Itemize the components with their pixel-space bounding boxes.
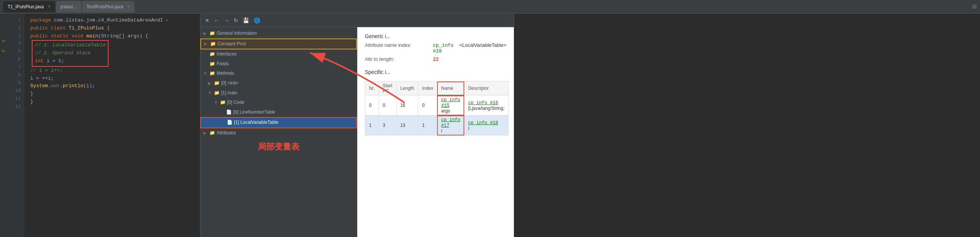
tree-interfaces[interactable]: 📁 Interfaces <box>200 49 357 59</box>
test-tab-close[interactable]: ✕ <box>127 5 130 9</box>
tree-attributes[interactable]: ▶ 📁 Attributes <box>200 128 357 138</box>
tree-label-attributes: Attributes <box>216 129 236 137</box>
code-editor: ▶ ▶ 1 2 3 4 5 6 7 8 9 10 11 12 <box>0 14 200 237</box>
tree-main[interactable]: ▼ 📁 [1] main <box>200 88 357 98</box>
refresh-button[interactable]: ↻ <box>232 17 240 24</box>
code-line-7: int i = 8; <box>35 57 105 65</box>
tree-arrow-general: ▶ <box>204 30 208 37</box>
cell-descriptor-0: cp_info #16 [Ljava/lang/String; <box>464 95 509 115</box>
code-editor-content: ▶ ▶ 1 2 3 4 5 6 7 8 9 10 11 12 <box>0 14 200 237</box>
browser-button[interactable]: 🌐 <box>252 17 262 24</box>
jclasslib-tab[interactable]: jclassl... <box>56 1 81 13</box>
tree-init[interactable]: ▶ 📁 [0] <init> <box>200 79 357 88</box>
cell-start-pc-0: 0 <box>379 95 396 115</box>
tree-local-variable-table[interactable]: 📄 [1] LocalVariableTable <box>200 117 357 128</box>
run-line-4[interactable]: ▶ <box>0 46 8 55</box>
editor-tab-label: T1_IPulsPlus.java <box>8 4 44 9</box>
line-numbers: 1 2 3 4 5 6 7 8 9 10 11 12 <box>9 14 24 237</box>
col-nr: Nr. <box>365 82 379 95</box>
line-num-12: 12 <box>14 103 21 111</box>
info-table: Nr. Start PC Length Index Name Descripto… <box>365 81 509 136</box>
descriptor-text-1: I <box>468 126 504 131</box>
code-line-11: } <box>30 90 194 98</box>
cell-nr-0: 0 <box>365 95 379 115</box>
code-content[interactable]: package com.listao.jvm.c4_RuntimeDataAre… <box>24 14 200 237</box>
line-num-11: 11 <box>14 95 21 103</box>
tree-arrow-init: ▶ <box>208 80 213 87</box>
test-tab[interactable]: TestIPulsPlus.java ✕ <box>82 1 135 13</box>
info-attr-name-row: Attribute name index: cp_info #10 <Local… <box>365 42 506 54</box>
close-button[interactable]: ✕ <box>204 17 211 24</box>
info-content: Generic i... Attribute name index: cp_in… <box>357 27 514 237</box>
folder-icon-general: 📁 <box>210 30 215 38</box>
test-tab-label: TestIPulsPlus.java <box>87 4 123 9</box>
attr-name-value[interactable]: cp_info #10 <box>433 43 457 54</box>
file-icon-lnt: 📄 <box>226 108 232 117</box>
tree-constant-pool[interactable]: ▶ 📁 Constant Pool <box>200 38 357 50</box>
tree-label-interfaces: Interfaces <box>216 50 237 58</box>
settings-icon[interactable]: ⚙ <box>972 3 977 10</box>
line-num-9: 9 <box>14 79 21 87</box>
name-link-1[interactable]: cp_info #17 <box>441 117 460 128</box>
line-num-6: 6 <box>14 56 21 64</box>
jclasslib-tab-label: jclassl... <box>60 4 77 9</box>
tree-general-information[interactable]: ▶ 📁 General Information <box>200 29 357 38</box>
line-num-7: 7 <box>14 64 21 72</box>
tree-label-constant-pool: Constant Pool <box>217 40 246 48</box>
tree-label-methods: Methods <box>216 70 234 78</box>
line-num-10: 10 <box>14 87 21 95</box>
descriptor-link-0[interactable]: cp_info #16 <box>468 100 498 106</box>
name-text-1: i <box>441 128 460 134</box>
jclasslib-toolbar: ✕ ← → ↻ 💾 🌐 <box>200 14 514 27</box>
line-num-1: 1 <box>14 17 21 25</box>
folder-icon-attributes: 📁 <box>210 129 215 137</box>
info-section1-title: Generic i... <box>365 33 506 39</box>
tree-line-number-table[interactable]: 📄 [0] LineNumberTable <box>200 107 357 117</box>
line-num-2: 2 <box>14 25 21 32</box>
line-num-3: 3 <box>14 32 21 40</box>
tree-label-lnt: [0] LineNumberTable <box>233 108 275 117</box>
forward-button[interactable]: → <box>222 17 231 24</box>
cell-length-1: 13 <box>396 115 418 136</box>
tree-arrow-attributes: ▶ <box>204 130 208 137</box>
descriptor-link-1[interactable]: cp_info #18 <box>468 120 498 126</box>
editor-tab-close[interactable]: ✕ <box>48 5 51 9</box>
attr-length-value: 22 <box>433 57 439 62</box>
tab-bar: T1_IPulsPlus.java ✕ jclassl... TestIPuls… <box>0 0 980 14</box>
cell-index-0: 0 <box>418 95 437 115</box>
tree-arrow-code: ▼ <box>214 99 218 106</box>
tree-label-init: [0] <init> <box>221 79 239 88</box>
run-line-3[interactable]: ▶ <box>0 36 8 46</box>
cell-index-1: 1 <box>418 115 437 136</box>
tree-label-code: [0] Code <box>227 98 244 107</box>
save-button[interactable]: 💾 <box>241 17 251 24</box>
code-line-3: public class T1_IPulsPlus { <box>30 25 194 32</box>
tree-label-fields: Fields <box>216 60 229 68</box>
folder-icon-interfaces: 📁 <box>210 50 215 58</box>
editor-tab[interactable]: T1_IPulsPlus.java ✕ <box>3 1 55 13</box>
tree-methods[interactable]: ▼ 📁 Methods <box>200 69 357 79</box>
tree-arrow-main: ▼ <box>208 89 213 96</box>
tree-fields[interactable]: 📁 Fields <box>200 59 357 69</box>
tree-code[interactable]: ▼ 📁 [0] Code <box>200 98 357 107</box>
code-line-5: // 1. LocalVariableTable <box>35 41 105 49</box>
code-line-6: // 2. Operand Stack <box>35 49 105 57</box>
cell-descriptor-1: cp_info #18 I <box>464 115 509 136</box>
folder-icon-methods: 📁 <box>210 70 215 78</box>
info-section2-title: Specific i... <box>365 69 506 75</box>
line-num-4: 4 <box>14 40 21 48</box>
cell-start-pc-1: 3 <box>379 115 396 136</box>
info-table-container: Nr. Start PC Length Index Name Descripto… <box>365 78 506 136</box>
info-panel: Generic i... Attribute name index: cp_in… <box>357 27 514 237</box>
line-num-5: 5 <box>14 48 21 56</box>
tree-label-general: General Information <box>216 30 257 38</box>
col-descriptor: Descriptor <box>464 82 509 95</box>
folder-icon-main: 📁 <box>214 89 220 97</box>
name-link-0[interactable]: cp_info #15 <box>441 97 460 108</box>
class-tree[interactable]: ▶ 📁 General Information ▶ 📁 Constant Poo… <box>200 27 357 237</box>
attr-name-extra: <LocalVariableTable> <box>460 42 506 48</box>
back-button[interactable]: ← <box>213 17 221 24</box>
attr-length-label: Attr to length: <box>365 56 433 62</box>
col-length: Length <box>396 82 418 95</box>
folder-icon-fields: 📁 <box>210 60 215 68</box>
